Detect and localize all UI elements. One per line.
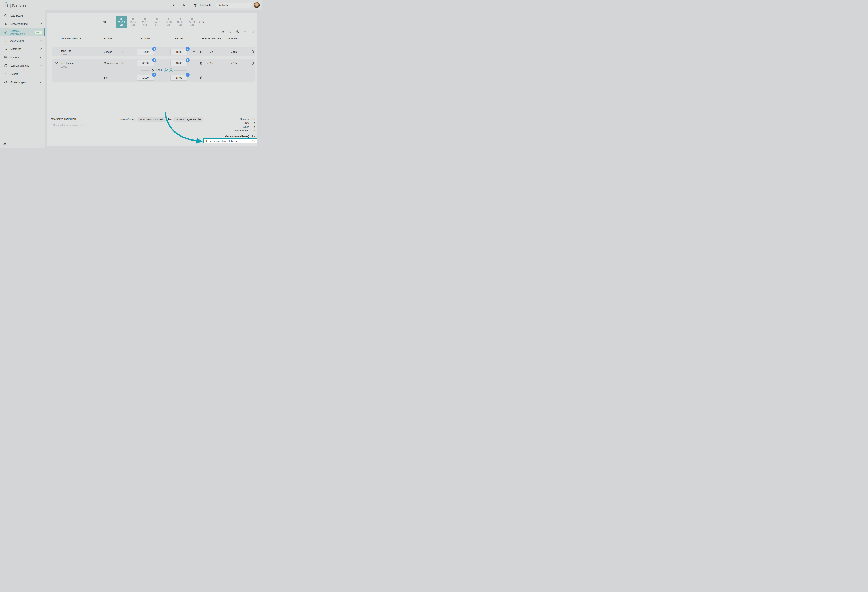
day-tab-so22[interactable]: So 22 Sep [187,16,198,28]
jump-forward-button[interactable]: » [201,20,205,24]
chevron-down-icon [121,51,124,53]
chevron-down-icon [121,62,124,64]
day-tab-mi18[interactable]: Mi 18 Sep [140,16,151,28]
start-time-input[interactable] [137,75,154,81]
sidebar-item-label: Mitarbeiter [10,47,22,50]
sidebar-item-dashboard[interactable]: Dashboard [0,12,44,20]
sidebar-item-erfasste-arbeitszeiten[interactable]: Erfasste Arbeitszeiten Neu [0,28,44,37]
month-label: Sep [155,24,158,26]
handbuch-button[interactable]: Handbuch [194,3,211,7]
end-time-input[interactable] [170,49,187,55]
sidebar-footer [0,139,44,148]
sidebar-item-label: Einstellungen [10,81,25,84]
station-select[interactable]: Bar [104,76,137,79]
summary-label: Crew [197,121,249,124]
sidebar-item-lohnabrechnung[interactable]: Lohnabrechnung [0,62,44,70]
lock-open-icon [144,17,146,20]
delete-segment-icon[interactable] [196,76,205,79]
sidebar-item-export[interactable]: Export [0,70,44,78]
decrease-pause-button[interactable] [164,68,168,72]
sidebar-item-label: Einsatzplanung [10,22,28,25]
end-time-input[interactable] [170,75,187,81]
content-area: Handbuch Karlsruhe « ‹ [44,0,263,148]
end-time-input[interactable] [170,60,187,66]
start-time-input[interactable] [137,60,154,66]
expand-row-icon[interactable] [55,61,58,64]
delete-segment-icon[interactable] [196,62,205,65]
add-segment-icon[interactable] [191,76,196,79]
sidebar-item-label: Dashboard [10,14,23,17]
summary-value: 0 h [249,129,255,132]
sidebar: n | Nesto Dashboard Einsatzplanung [0,0,44,148]
day-tab-mo16[interactable]: Mo 16 Sep [116,16,127,28]
day-tab-di17[interactable]: Di 17 Sep [128,16,139,28]
step-back-button[interactable]: ‹ [112,20,115,24]
summary-total-row: Gesamt (ohne Pause) 13 h [197,134,255,138]
notifications-bell-icon[interactable] [171,3,174,7]
bar-chart-icon [4,39,7,42]
summary-row: Trainee 0 h [197,125,255,129]
calendar-icon[interactable] [103,20,106,24]
sort-ascending-icon [79,38,81,39]
header-station[interactable]: Station [104,37,112,40]
increase-pause-button[interactable] [169,68,173,72]
step-forward-button[interactable]: › [198,20,201,24]
business-day-start: 16.09.2024, 07:00 Uhr [137,117,167,122]
add-employee-label: Mitarbeiter hinzufügen: [51,118,94,120]
add-segment-icon[interactable] [191,61,196,65]
comment-icon[interactable] [251,61,255,65]
divider [141,70,150,71]
table-row: John Doe 10053 Service [52,47,255,56]
delete-segment-icon[interactable] [196,50,205,53]
station-select[interactable]: Management [104,62,137,64]
collapse-sidebar-icon[interactable] [3,142,6,145]
euro-costs-icon[interactable] [236,30,239,34]
coffee-cup-icon [229,62,232,65]
worktime-card: « ‹ Mo 16 Sep Di 17 Sep [47,13,257,146]
highlight-label: Davon an operativen Stationen [205,140,238,142]
save-icon[interactable] [251,30,254,34]
location-value: Karlsruhe [218,4,229,7]
header-name[interactable]: Vorname, Name [61,37,78,40]
business-day-label: Geschäftstag: [118,118,136,121]
filter-funnel-icon[interactable] [113,37,115,40]
payroll-document-icon [4,64,7,67]
coffee-cup-icon [151,69,154,72]
summary-row: Crew 13 h [197,121,255,125]
fullscreen-icon[interactable] [183,3,186,7]
manual-entry-badge [186,47,190,51]
chevron-down-icon [40,48,42,50]
lock-day-icon[interactable] [244,30,247,34]
date-navigation: « ‹ Mo 16 Sep Di 17 Sep [103,16,205,28]
statistics-icon[interactable] [221,30,224,34]
lock-open-icon [179,17,182,20]
day-tab-fr20[interactable]: Fr 20 Sep [163,16,174,28]
day-label: Mo 16 [118,21,125,24]
table-header: Vorname, Name Station Startzeit Endzeit [52,37,255,40]
station-select[interactable]: Service [104,50,137,53]
user-avatar[interactable] [254,2,260,8]
day-tab-sa21[interactable]: Sa 21 Sep [175,16,186,28]
day-label: Mi 18 [142,21,148,24]
pause-duration-value: 1:00 h [155,69,162,72]
sidebar-item-einsatzplanung[interactable]: Einsatzplanung [0,20,44,28]
day-label: Do 19 [154,21,160,24]
location-select[interactable]: Karlsruhe [216,3,251,8]
logo-divider: | [10,3,11,8]
day-tab-do19[interactable]: Do 19 Sep [152,16,162,28]
comment-icon[interactable] [251,50,255,54]
jump-back-button[interactable]: « [108,20,112,24]
sidebar-item-mitarbeiter[interactable]: Mitarbeiter [0,45,44,53]
edit-protocol-icon[interactable] [229,30,232,34]
sidebar-item-auswertung[interactable]: Auswertung [0,37,44,45]
help-circle-icon [194,3,197,7]
add-segment-icon[interactable] [191,50,196,54]
station-value: Service [104,50,112,53]
start-time-input[interactable] [137,49,154,55]
sidebar-item-einstellungen[interactable]: Einstellungen [0,78,44,86]
chevron-down-icon [121,77,124,78]
lock-open-icon [132,17,134,20]
month-label: Sep [179,24,182,26]
add-employee-input[interactable] [51,122,94,128]
sidebar-item-my-nesto[interactable]: My Nesto [0,53,44,62]
